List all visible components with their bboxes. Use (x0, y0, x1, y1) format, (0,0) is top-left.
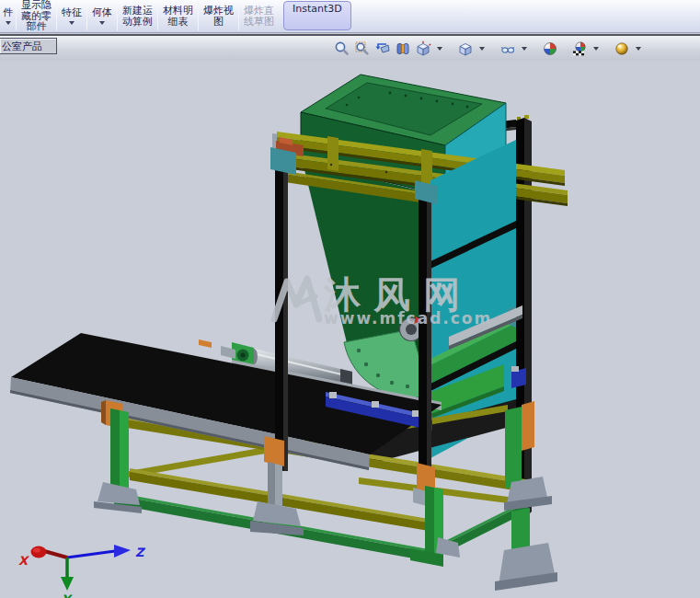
explode-line-sketch-label: 爆炸直 线草图 (244, 6, 274, 27)
features-label: 特征 (62, 7, 82, 18)
solidworks-window: 件 显示隐 藏的零 部件 特征 何体 新建运 动算例 材料明 细表 爆炸视 图 (0, 0, 700, 598)
chevron-down-icon[interactable] (437, 47, 442, 51)
triad-x-label: X (18, 554, 30, 568)
triad-z-label: Z (135, 546, 146, 559)
chevron-down-icon[interactable] (522, 47, 527, 51)
chevron-down-icon (99, 21, 105, 25)
previous-view-icon[interactable] (374, 40, 391, 57)
new-motion-study-button[interactable]: 新建运 动算例 (118, 0, 157, 32)
geometry-button[interactable]: 何体 (87, 0, 117, 32)
assembly-model: 沐风网 www.mfcad.com X Z Y (0, 61, 700, 598)
section-view-icon[interactable] (395, 40, 411, 57)
document-tab-label: 公室产品 (2, 40, 42, 53)
edit-appearance-icon[interactable] (542, 40, 558, 57)
chevron-down-icon (6, 21, 11, 25)
chevron-down-icon[interactable] (593, 47, 599, 51)
show-hidden-components-button[interactable]: 显示隐 藏的零 部件 (17, 0, 56, 32)
zoom-to-fit-icon[interactable] (334, 40, 350, 57)
new-motion-study-label: 新建运 动算例 (122, 6, 153, 27)
watermark: 沐风网 www.mfcad.com (274, 273, 492, 328)
document-tab[interactable]: 公室产品 (0, 38, 57, 54)
bill-of-materials-button[interactable]: 材料明 细表 (158, 0, 198, 32)
triad-y-label: Y (62, 592, 73, 598)
view-orientation-icon[interactable] (415, 40, 431, 57)
exploded-view-button[interactable]: 爆炸视 图 (199, 0, 238, 32)
show-hidden-components-label: 显示隐 藏的零 部件 (21, 0, 52, 32)
toolbar-spacer (353, 0, 700, 32)
chevron-down-icon[interactable] (479, 47, 485, 51)
instant3d-button[interactable]: Instant3D (283, 1, 351, 30)
3d-viewport[interactable]: 沐风网 www.mfcad.com X Z Y (0, 61, 700, 598)
display-style-icon[interactable] (457, 40, 474, 57)
view-settings-icon[interactable] (614, 40, 630, 57)
instant3d-label: Instant3D (293, 4, 342, 15)
command-manager-toolbar: 件 显示隐 藏的零 部件 特征 何体 新建运 动算例 材料明 细表 爆炸视 图 (0, 0, 700, 33)
edit-component-label: 件 (3, 7, 13, 18)
watermark-url: www.mfcad.com (324, 309, 492, 328)
apply-scene-icon[interactable] (571, 40, 588, 57)
zoom-to-area-icon[interactable] (354, 40, 371, 57)
hide-show-items-icon[interactable] (499, 40, 516, 57)
heads-up-view-toolbar (334, 39, 643, 59)
chevron-down-icon[interactable] (636, 47, 641, 51)
edit-component-button[interactable]: 件 (0, 0, 16, 32)
chevron-down-icon (69, 21, 75, 25)
exploded-view-label: 爆炸视 图 (203, 6, 234, 27)
features-button[interactable]: 特征 (57, 0, 86, 32)
explode-line-sketch-button: 爆炸直 线草图 (239, 0, 279, 32)
viewport-top-band: 公室产品 (0, 36, 700, 61)
bill-of-materials-label: 材料明 细表 (163, 6, 193, 27)
coordinate-triad: X Z Y (18, 545, 146, 598)
geometry-label: 何体 (92, 7, 112, 18)
